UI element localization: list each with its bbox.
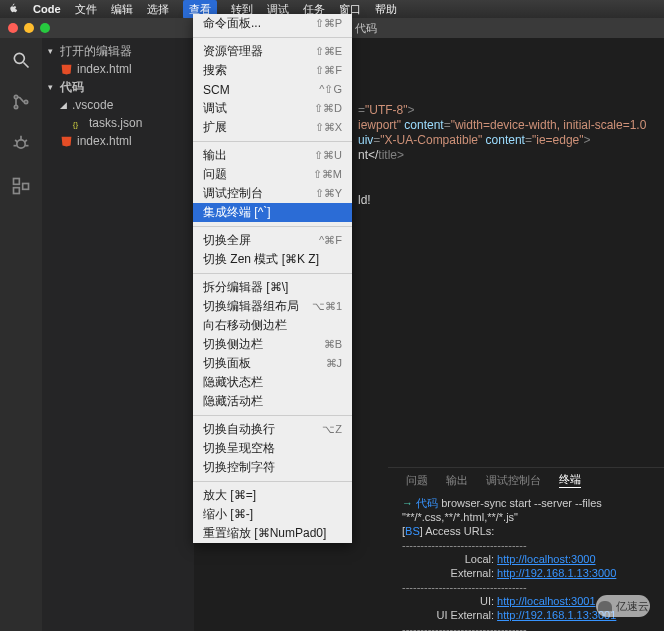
menu-item[interactable]: 集成终端 [^`] bbox=[193, 203, 352, 222]
menu-item[interactable]: 切换 Zen 模式 [⌘K Z] bbox=[193, 250, 352, 269]
tab-terminal[interactable]: 终端 bbox=[559, 472, 581, 488]
menu-item-label: 扩展 bbox=[203, 119, 227, 136]
menu-item[interactable]: 输出⇧⌘U bbox=[193, 146, 352, 165]
menu-item-shortcut: ⌘J bbox=[326, 357, 343, 370]
menu-item[interactable]: 切换面板⌘J bbox=[193, 354, 352, 373]
svg-point-4 bbox=[24, 100, 27, 103]
menu-item-shortcut: ⌥Z bbox=[322, 423, 342, 436]
menu-item-shortcut: ⌥⌘1 bbox=[312, 300, 342, 313]
menu-item-label: 搜索 bbox=[203, 62, 227, 79]
menu-help[interactable]: 帮助 bbox=[375, 2, 397, 17]
menu-separator bbox=[193, 273, 352, 274]
menu-item[interactable]: 切换控制字符 bbox=[193, 458, 352, 477]
svg-line-1 bbox=[24, 63, 29, 68]
tab-output[interactable]: 输出 bbox=[446, 473, 468, 488]
menu-item-shortcut: ⇧⌘F bbox=[315, 64, 342, 77]
activity-bar bbox=[0, 38, 42, 631]
file-index-html[interactable]: index.html bbox=[42, 132, 194, 150]
menu-item-shortcut: ⌘B bbox=[324, 338, 342, 351]
view-menu-dropdown: 命令面板...⇧⌘P资源管理器⇧⌘E搜索⇧⌘FSCM^⇧G调试⇧⌘D扩展⇧⌘X输… bbox=[193, 14, 352, 543]
menu-separator bbox=[193, 415, 352, 416]
watermark: 亿速云 bbox=[596, 595, 650, 617]
panel-tabs: 问题 输出 调试控制台 终端 bbox=[388, 468, 664, 492]
menu-item-shortcut: ^⌘F bbox=[319, 234, 342, 247]
svg-point-5 bbox=[17, 140, 25, 148]
menu-item[interactable]: 切换全屏^⌘F bbox=[193, 231, 352, 250]
menu-select[interactable]: 选择 bbox=[147, 2, 169, 17]
open-editors-section[interactable]: ▾打开的编辑器 bbox=[42, 42, 194, 60]
menu-item-label: 切换面板 bbox=[203, 355, 251, 372]
tab-problems[interactable]: 问题 bbox=[406, 473, 428, 488]
menu-file[interactable]: 文件 bbox=[75, 2, 97, 17]
menu-item[interactable]: SCM^⇧G bbox=[193, 80, 352, 99]
explorer-sidebar: ▾打开的编辑器 index.html ▾代码 ◢.vscode {} tasks… bbox=[42, 38, 194, 631]
search-icon[interactable] bbox=[11, 50, 31, 70]
menu-item-label: 集成终端 [^`] bbox=[203, 204, 271, 221]
menu-item-label: 隐藏活动栏 bbox=[203, 393, 263, 410]
menu-separator bbox=[193, 481, 352, 482]
svg-point-3 bbox=[14, 105, 17, 108]
menu-item-label: 切换 Zen 模式 [⌘K Z] bbox=[203, 251, 319, 268]
json-file-icon: {} bbox=[72, 117, 85, 130]
menu-item-label: 切换全屏 bbox=[203, 232, 251, 249]
menu-item-label: SCM bbox=[203, 83, 230, 97]
menu-item-shortcut: ⇧⌘D bbox=[314, 102, 342, 115]
menu-item[interactable]: 扩展⇧⌘X bbox=[193, 118, 352, 137]
menu-item-shortcut: ^⇧G bbox=[319, 83, 342, 96]
menu-item-label: 切换侧边栏 bbox=[203, 336, 263, 353]
menu-item[interactable]: 放大 [⌘=] bbox=[193, 486, 352, 505]
menu-item-shortcut: ⇧⌘P bbox=[315, 17, 342, 30]
menu-item-label: 资源管理器 bbox=[203, 43, 263, 60]
html-file-icon bbox=[60, 135, 73, 148]
tab-debug-console[interactable]: 调试控制台 bbox=[486, 473, 541, 488]
svg-line-7 bbox=[15, 140, 18, 143]
menu-item[interactable]: 搜索⇧⌘F bbox=[193, 61, 352, 80]
menu-edit[interactable]: 编辑 bbox=[111, 2, 133, 17]
menu-item-label: 隐藏状态栏 bbox=[203, 374, 263, 391]
scm-icon[interactable] bbox=[11, 92, 31, 112]
menu-item-label: 问题 bbox=[203, 166, 227, 183]
menu-item-shortcut: ⇧⌘X bbox=[315, 121, 342, 134]
html-file-icon bbox=[60, 63, 73, 76]
menu-item[interactable]: 切换编辑器组布局⌥⌘1 bbox=[193, 297, 352, 316]
menu-item[interactable]: 拆分编辑器 [⌘\] bbox=[193, 278, 352, 297]
menu-separator bbox=[193, 37, 352, 38]
app-name[interactable]: Code bbox=[33, 3, 61, 15]
menu-item-label: 切换控制字符 bbox=[203, 459, 275, 476]
code-content[interactable]: ="UTF-8"> iewport" content="width=device… bbox=[358, 88, 646, 223]
workspace-section[interactable]: ▾代码 bbox=[42, 78, 194, 96]
svg-point-0 bbox=[14, 53, 24, 63]
menu-item[interactable]: 向右移动侧边栏 bbox=[193, 316, 352, 335]
svg-point-2 bbox=[14, 95, 17, 98]
menu-item-label: 命令面板... bbox=[203, 15, 261, 32]
menu-item[interactable]: 切换呈现空格 bbox=[193, 439, 352, 458]
file-tasks-json[interactable]: {} tasks.json bbox=[42, 114, 194, 132]
menu-item[interactable]: 切换侧边栏⌘B bbox=[193, 335, 352, 354]
menu-item-label: 调试控制台 bbox=[203, 185, 263, 202]
folder-vscode[interactable]: ◢.vscode bbox=[42, 96, 194, 114]
menu-item-label: 切换编辑器组布局 bbox=[203, 298, 299, 315]
menu-item[interactable]: 隐藏状态栏 bbox=[193, 373, 352, 392]
menu-item-label: 重置缩放 [⌘NumPad0] bbox=[203, 525, 326, 542]
svg-rect-13 bbox=[23, 184, 29, 190]
menu-item[interactable]: 资源管理器⇧⌘E bbox=[193, 42, 352, 61]
svg-line-8 bbox=[24, 140, 27, 143]
menu-item[interactable]: 命令面板...⇧⌘P bbox=[193, 14, 352, 33]
menu-item-label: 切换呈现空格 bbox=[203, 440, 275, 457]
menu-item-label: 向右移动侧边栏 bbox=[203, 317, 287, 334]
menu-item-label: 拆分编辑器 [⌘\] bbox=[203, 279, 288, 296]
menu-item-label: 放大 [⌘=] bbox=[203, 487, 256, 504]
menu-item[interactable]: 调试控制台⇧⌘Y bbox=[193, 184, 352, 203]
extensions-icon[interactable] bbox=[11, 176, 31, 196]
debug-icon[interactable] bbox=[11, 134, 31, 154]
menu-item[interactable]: 切换自动换行⌥Z bbox=[193, 420, 352, 439]
menu-item[interactable]: 重置缩放 [⌘NumPad0] bbox=[193, 524, 352, 543]
apple-icon bbox=[8, 3, 19, 16]
menu-item-shortcut: ⇧⌘E bbox=[315, 45, 342, 58]
svg-text:{}: {} bbox=[73, 119, 79, 128]
open-editor-file[interactable]: index.html bbox=[42, 60, 194, 78]
menu-item[interactable]: 缩小 [⌘-] bbox=[193, 505, 352, 524]
menu-item[interactable]: 隐藏活动栏 bbox=[193, 392, 352, 411]
menu-item[interactable]: 问题⇧⌘M bbox=[193, 165, 352, 184]
menu-item[interactable]: 调试⇧⌘D bbox=[193, 99, 352, 118]
